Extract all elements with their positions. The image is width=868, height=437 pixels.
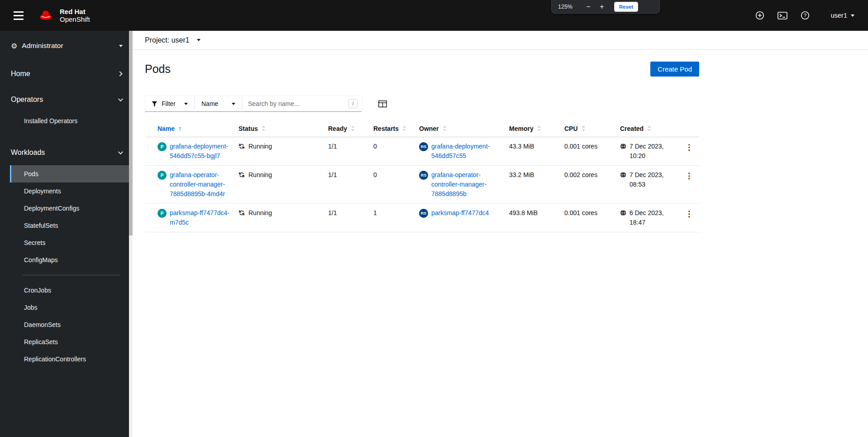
owner-link[interactable]: grafana-deployment-546dd57c55 — [431, 142, 503, 161]
sidebar-item-operators[interactable]: Operators — [0, 86, 133, 112]
quick-create-button[interactable] — [755, 11, 764, 20]
globe-icon — [620, 172, 626, 178]
pod-link[interactable]: grafana-deployment-546dd57c55-bgjl7 — [170, 142, 234, 161]
table-row: P parksmap-ff7477dc4-m7d5c Running 1/1 1… — [145, 204, 699, 232]
brand-line1: Red Hat — [60, 8, 90, 15]
zoom-in-button[interactable]: + — [596, 1, 608, 12]
sidebar-scrollbar[interactable] — [129, 31, 133, 437]
sidebar-nav: ⚙ Administrator Home Operators Installed… — [0, 31, 133, 437]
masthead-actions: ? user1 — [755, 0, 868, 31]
status-cell: Running — [238, 204, 328, 232]
browser-zoom-popup: 125% − + Reset — [551, 0, 660, 14]
sidebar-item-jobs[interactable]: Jobs — [10, 299, 133, 316]
name-filter-dropdown[interactable]: Name — [195, 96, 242, 112]
home-label: Home — [11, 70, 30, 78]
sidebar-item-deployments[interactable]: Deployments — [10, 182, 133, 200]
status-text: Running — [248, 208, 272, 218]
filter-dropdown[interactable]: Filter — [145, 96, 195, 112]
sidebar-item-workloads[interactable]: Workloads — [0, 139, 133, 165]
filter-toolbar: Filter Name / — [145, 96, 868, 112]
zoom-reset-button[interactable]: Reset — [614, 2, 638, 12]
username: user1 — [831, 12, 847, 19]
created-text: 7 Dec 2023, 08:53 — [630, 170, 671, 189]
nav-toggle-button[interactable] — [11, 9, 26, 23]
actions-cell: ⋮ — [682, 137, 699, 165]
zoom-out-button[interactable]: − — [582, 1, 594, 12]
owner-link[interactable]: grafana-operator-controller-manager-7885… — [431, 170, 503, 199]
page-header: Pods Create Pod — [145, 62, 699, 77]
project-selector[interactable]: Project: user1 — [145, 36, 200, 44]
owner-link[interactable]: parksmap-ff7477dc4 — [431, 208, 489, 218]
pod-name-cell: P parksmap-ff7477dc4-m7d5c — [145, 204, 238, 232]
actions-cell: ⋮ — [682, 166, 699, 203]
chevron-down-icon — [119, 45, 123, 47]
main-content: Project: user1 Pods Create Pod Filter Na… — [133, 31, 868, 437]
sidebar-item-statefulsets[interactable]: StatefulSets — [10, 217, 133, 234]
sync-running-icon — [238, 210, 245, 216]
pod-link[interactable]: parksmap-ff7477dc4-m7d5c — [170, 208, 234, 227]
status-cell: Running — [238, 137, 328, 165]
ready-cell: 1/1 — [328, 137, 373, 165]
chevron-down-icon — [118, 149, 123, 154]
plus-circle-icon — [755, 11, 764, 20]
memory-cell: 493.8 MiB — [509, 204, 564, 232]
perspective-switcher[interactable]: ⚙ Administrator — [0, 31, 133, 61]
ready-cell: 1/1 — [328, 204, 373, 232]
question-circle-icon: ? — [801, 11, 810, 20]
keyboard-shortcut-hint: / — [348, 99, 358, 108]
sync-running-icon — [238, 143, 245, 149]
manage-columns-button[interactable] — [378, 100, 387, 108]
pod-badge: P — [157, 142, 167, 151]
sidebar-item-deploymentconfigs[interactable]: DeploymentConfigs — [10, 200, 133, 217]
sidebar-item-replicasets[interactable]: ReplicaSets — [10, 333, 133, 351]
restarts-cell: 0 — [373, 166, 419, 203]
brand-logo[interactable]: Red Hat OpenShift — [36, 8, 90, 23]
search-input[interactable] — [243, 100, 348, 107]
column-header-status[interactable]: Status — [238, 120, 328, 137]
column-header-memory[interactable]: Memory — [509, 120, 564, 137]
sidebar-item-cronjobs[interactable]: CronJobs — [10, 282, 133, 299]
column-header-actions — [682, 120, 699, 137]
web-terminal-button[interactable] — [777, 11, 787, 20]
sidebar-item-daemonsets[interactable]: DaemonSets — [10, 316, 133, 333]
kebab-menu-button[interactable]: ⋮ — [682, 171, 696, 181]
cpu-cell: 0.001 cores — [564, 137, 620, 165]
help-button[interactable]: ? — [801, 11, 810, 20]
sort-icon — [262, 125, 266, 131]
restarts-cell: 0 — [373, 137, 419, 165]
sidebar-item-home[interactable]: Home — [0, 61, 133, 86]
column-header-created[interactable]: Created — [620, 120, 682, 137]
globe-icon — [620, 210, 626, 216]
status-text: Running — [248, 170, 272, 180]
created-text: 6 Dec 2023, 18:47 — [630, 208, 671, 227]
kebab-menu-button[interactable]: ⋮ — [682, 143, 696, 152]
user-menu[interactable]: user1 — [831, 12, 854, 19]
column-header-ready[interactable]: Ready — [328, 120, 373, 137]
column-header-restarts[interactable]: Restarts — [373, 120, 419, 137]
nav-divider — [23, 275, 120, 275]
scrollbar-thumb[interactable] — [129, 31, 133, 235]
columns-table-icon — [378, 100, 387, 108]
masthead: Red Hat OpenShift ? user1 — [0, 0, 868, 31]
column-header-name[interactable]: Name↑ — [145, 120, 238, 137]
sidebar-item-replicationcontrollers[interactable]: ReplicationControllers — [10, 351, 133, 368]
pod-link[interactable]: grafana-operator-controller-manager-7885… — [170, 170, 234, 199]
pod-name-cell: P grafana-deployment-546dd57c55-bgjl7 — [145, 137, 238, 165]
pod-name-cell: P grafana-operator-controller-manager-78… — [145, 166, 238, 203]
sidebar-item-pods[interactable]: Pods — [10, 165, 133, 182]
sidebar-item-secrets[interactable]: Secrets — [10, 234, 133, 251]
sidebar-item-configmaps[interactable]: ConfigMaps — [10, 251, 133, 269]
sort-asc-icon: ↑ — [178, 125, 182, 132]
kebab-menu-button[interactable]: ⋮ — [682, 209, 696, 219]
pod-badge: P — [157, 171, 167, 180]
chevron-down-icon — [197, 39, 200, 41]
create-pod-button[interactable]: Create Pod — [650, 62, 699, 77]
restarts-cell: 1 — [373, 204, 419, 232]
column-header-cpu[interactable]: CPU — [564, 120, 620, 137]
sidebar-item-installed-operators[interactable]: Installed Operators — [10, 112, 133, 130]
perspective-label: Administrator — [22, 42, 63, 50]
owner-cell: RS grafana-deployment-546dd57c55 — [419, 137, 509, 165]
pods-table: Name↑ Status Ready Restarts Owner — [145, 120, 699, 232]
column-header-owner[interactable]: Owner — [419, 120, 509, 137]
brand-line2: OpenShift — [60, 15, 90, 23]
